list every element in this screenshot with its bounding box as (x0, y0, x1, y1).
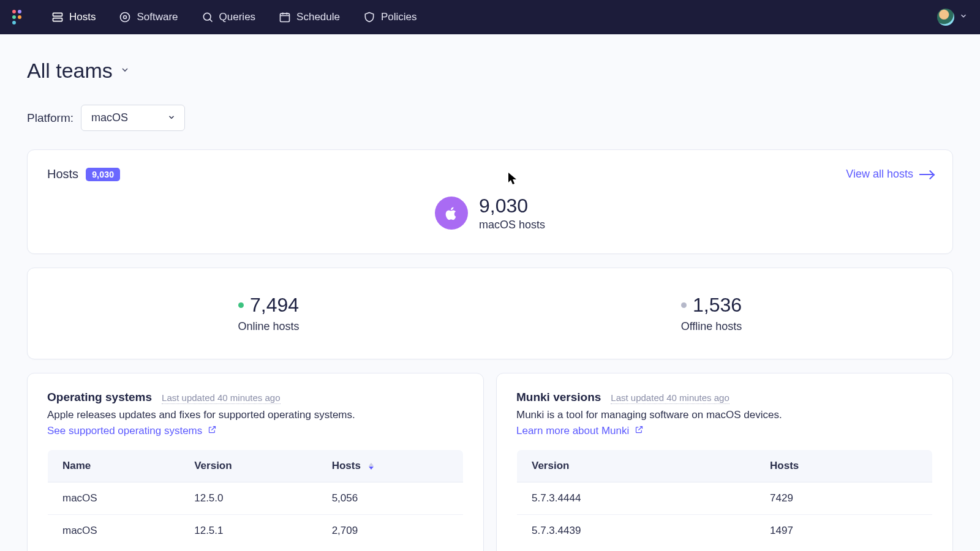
os-panel: Operating systems Last updated 40 minute… (27, 373, 484, 551)
panels-row: Operating systems Last updated 40 minute… (27, 373, 953, 551)
hosts-big-count: 9,030 (479, 195, 545, 217)
hosts-summary-card: Hosts 9,030 View all hosts 9,030 macOS h… (27, 149, 953, 254)
logo[interactable] (12, 10, 27, 24)
hosts-big-sub: macOS hosts (479, 219, 545, 231)
online-count: 7,494 (250, 294, 299, 317)
svg-rect-1 (53, 18, 62, 21)
external-link-icon (635, 425, 644, 437)
platform-filter: Platform: macOS (27, 105, 953, 131)
munki-panel: Munki versions Last updated 40 minutes a… (496, 373, 953, 551)
view-all-hosts-label: View all hosts (846, 168, 913, 181)
cell-version: 12.5.0 (179, 482, 317, 515)
svg-point-3 (124, 16, 127, 19)
external-link-icon (208, 425, 217, 437)
table-row[interactable]: 5.7.3.4439 1497 (517, 515, 933, 547)
os-table: Name Version Hosts macOS 12.5.0 5,056 (47, 449, 464, 547)
status-dot-offline-icon (681, 302, 687, 308)
nav-schedule-label: Schedule (296, 11, 340, 23)
view-all-hosts-link[interactable]: View all hosts (846, 168, 933, 181)
offline-block[interactable]: 1,536 Offline hosts (490, 285, 933, 342)
nav-hosts[interactable]: Hosts (51, 11, 96, 23)
nav-schedule[interactable]: Schedule (279, 11, 340, 23)
sort-indicator-icon (369, 463, 374, 470)
table-row[interactable]: macOS 12.5.0 5,056 (48, 482, 464, 515)
offline-count: 1,536 (693, 294, 742, 317)
nav-software[interactable]: Software (119, 11, 178, 23)
os-panel-updated: Last updated 40 minutes ago (162, 392, 280, 404)
os-col-hosts-label: Hosts (332, 460, 361, 471)
status-card: 7,494 Online hosts 1,536 Offline hosts (27, 268, 953, 359)
munki-table: Version Hosts 5.7.3.4444 7429 5.7.3.4439… (516, 449, 933, 547)
cell-hosts: 5,056 (317, 482, 464, 515)
user-menu[interactable] (937, 9, 968, 26)
munki-panel-desc: Munki is a tool for managing software on… (516, 409, 933, 421)
queries-icon (202, 11, 214, 23)
table-row[interactable]: macOS 12.5.1 2,709 (48, 515, 464, 547)
nav-policies[interactable]: Policies (363, 11, 417, 23)
nav-items: Hosts Software Queries Schedule Policies (51, 11, 937, 23)
os-panel-link-label: See supported operating systems (47, 425, 202, 437)
avatar (937, 9, 954, 26)
hosts-count-wrap: 9,030 macOS hosts (479, 195, 545, 231)
cell-hosts: 2,709 (317, 515, 464, 547)
platform-select-value: macOS (91, 111, 128, 124)
cell-hosts: 7429 (755, 482, 932, 515)
cell-name: macOS (48, 482, 180, 515)
svg-rect-5 (281, 13, 290, 21)
page: All teams Platform: macOS Hosts 9,030 Vi… (0, 34, 980, 551)
nav-software-label: Software (137, 11, 178, 23)
policies-icon (363, 11, 375, 23)
software-icon (119, 11, 131, 23)
nav-queries-label: Queries (219, 11, 256, 23)
nav-hosts-label: Hosts (69, 11, 96, 23)
cell-version: 5.7.3.4444 (517, 482, 756, 515)
status-dot-online-icon (238, 302, 244, 308)
team-selector[interactable]: All teams (27, 59, 953, 83)
cell-name: macOS (48, 515, 180, 547)
top-nav: Hosts Software Queries Schedule Policies (0, 0, 980, 34)
os-col-version[interactable]: Version (179, 450, 317, 482)
munki-panel-link-label: Learn more about Munki (516, 425, 629, 437)
team-selector-label: All teams (27, 59, 113, 83)
hosts-icon (51, 11, 64, 23)
cell-hosts: 1497 (755, 515, 932, 547)
cell-version: 12.5.1 (179, 515, 317, 547)
schedule-icon (279, 11, 291, 23)
munki-panel-updated: Last updated 40 minutes ago (611, 392, 729, 404)
os-panel-title: Operating systems (47, 391, 152, 404)
platform-select[interactable]: macOS (81, 105, 185, 131)
svg-rect-0 (53, 13, 62, 16)
nav-queries[interactable]: Queries (202, 11, 256, 23)
svg-point-2 (121, 13, 130, 22)
munki-panel-link[interactable]: Learn more about Munki (516, 425, 644, 437)
nav-policies-label: Policies (381, 11, 417, 23)
os-panel-link[interactable]: See supported operating systems (47, 425, 217, 437)
arrow-right-icon (919, 174, 933, 175)
chevron-down-icon (959, 12, 968, 23)
cell-version: 5.7.3.4439 (517, 515, 756, 547)
chevron-down-icon (120, 65, 130, 77)
os-col-hosts[interactable]: Hosts (317, 450, 464, 482)
munki-col-version[interactable]: Version (517, 450, 756, 482)
online-label: Online hosts (238, 320, 299, 333)
os-col-name[interactable]: Name (48, 450, 180, 482)
hosts-center: 9,030 macOS hosts (47, 181, 933, 236)
offline-label: Offline hosts (681, 320, 742, 333)
svg-point-4 (203, 13, 211, 20)
munki-panel-title: Munki versions (516, 391, 601, 404)
hosts-count-badge: 9,030 (86, 168, 120, 181)
hosts-title: Hosts (47, 167, 78, 181)
os-panel-desc: Apple releases updates and fixes for sup… (47, 409, 464, 421)
apple-icon (435, 197, 468, 230)
table-row[interactable]: 5.7.3.4444 7429 (517, 482, 933, 515)
chevron-down-icon (167, 111, 176, 124)
online-block[interactable]: 7,494 Online hosts (47, 285, 490, 342)
platform-label: Platform: (27, 111, 74, 125)
munki-col-hosts[interactable]: Hosts (755, 450, 932, 482)
